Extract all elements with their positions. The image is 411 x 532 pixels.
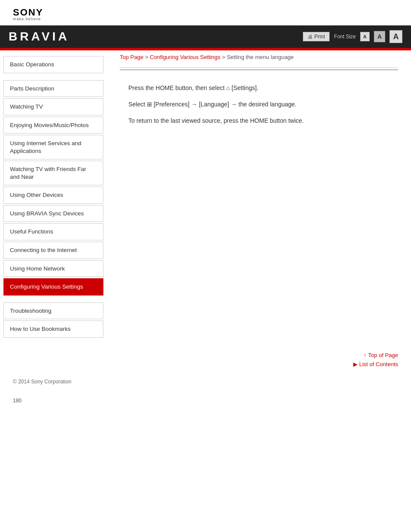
sidebar-item-enjoying[interactable]: Enjoying Movies/Music/Photos	[3, 117, 103, 134]
print-button[interactable]: 🖨 Print	[303, 32, 330, 41]
content-area: Top Page > Configuring Various Settings …	[107, 50, 411, 343]
sidebar: Basic Operations Parts Description Watch…	[0, 50, 107, 343]
breadcrumb-separator-1: >	[145, 54, 150, 60]
top-of-page-link[interactable]: ↑ Top of Page	[364, 352, 398, 358]
breadcrumb-current: Setting the menu language	[227, 54, 293, 60]
sidebar-item-watching-tv[interactable]: Watching TV	[3, 98, 103, 115]
breadcrumb-configuring[interactable]: Configuring Various Settings	[150, 54, 221, 60]
sidebar-item-internet-services[interactable]: Using Internet Services and Applications	[3, 135, 103, 159]
banner-controls: 🖨 Print Font Size A A A	[303, 30, 402, 43]
breadcrumb: Top Page > Configuring Various Settings …	[120, 50, 398, 65]
sony-tagline: make.believe	[13, 17, 398, 21]
sidebar-item-home-network[interactable]: Using Home Network	[3, 260, 103, 277]
content-divider-top	[120, 67, 398, 68]
instruction-step3: To return to the last viewed source, pre…	[128, 116, 389, 126]
arrow-up-icon: ↑	[364, 352, 367, 358]
font-size-large-button[interactable]: A	[389, 30, 402, 43]
copyright: © 2014 Sony Corporation	[0, 374, 411, 389]
font-size-label: Font Size	[334, 34, 356, 40]
font-size-small-button[interactable]: A	[360, 32, 370, 41]
page-number: 180	[0, 389, 411, 412]
print-icon: 🖨	[308, 34, 313, 40]
sony-logo: SONY make.believe	[13, 8, 398, 21]
sidebar-item-bravia-sync[interactable]: Using BRAVIA Sync Devices	[3, 205, 103, 222]
sidebar-item-basic-operations[interactable]: Basic Operations	[3, 56, 103, 73]
breadcrumb-separator-2: >	[222, 54, 227, 60]
bravia-title: BRAVIA	[9, 30, 69, 44]
sidebar-item-connecting-internet[interactable]: Connecting to the Internet	[3, 242, 103, 259]
sony-logo-text: SONY	[13, 8, 398, 17]
sidebar-item-bookmarks[interactable]: How to Use Bookmarks	[3, 320, 103, 338]
instruction-step2: Select ⊞ [Preferences] → [Language] → th…	[128, 100, 389, 110]
footer-links: ↑ Top of Page ▶ List of Contents	[0, 343, 411, 374]
top-bar: SONY make.believe	[0, 0, 411, 25]
content-divider-bottom	[120, 69, 398, 70]
sidebar-item-parts-description[interactable]: Parts Description	[3, 80, 103, 97]
font-size-medium-button[interactable]: A	[374, 31, 385, 42]
sidebar-item-watching-friends[interactable]: Watching TV with Friends Far and Near	[3, 161, 103, 185]
main-layout: Basic Operations Parts Description Watch…	[0, 50, 411, 343]
breadcrumb-top-page[interactable]: Top Page	[120, 54, 143, 60]
arrow-right-icon: ▶	[353, 361, 358, 367]
instruction-step1: Press the HOME button, then select ⌂ [Se…	[128, 83, 389, 93]
sidebar-item-configuring[interactable]: Configuring Various Settings	[3, 278, 103, 296]
bravia-banner: BRAVIA 🖨 Print Font Size A A A	[0, 25, 411, 48]
sidebar-item-useful-functions[interactable]: Useful Functions	[3, 223, 103, 240]
list-of-contents-link[interactable]: ▶ List of Contents	[353, 361, 398, 367]
content-body: Press the HOME button, then select ⌂ [Se…	[120, 79, 398, 136]
sidebar-item-other-devices[interactable]: Using Other Devices	[3, 187, 103, 204]
sidebar-item-troubleshooting[interactable]: Troubleshooting	[3, 302, 103, 320]
